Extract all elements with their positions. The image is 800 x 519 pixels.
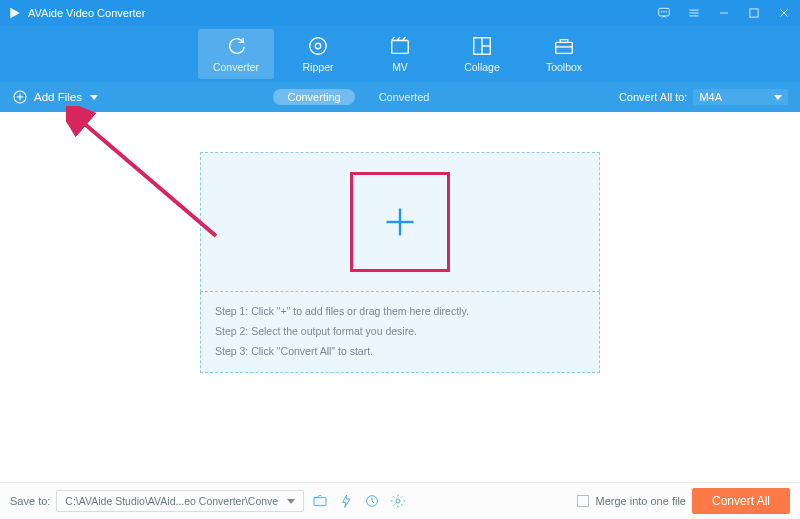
minimize-button[interactable] — [716, 5, 732, 21]
nav-toolbox[interactable]: Toolbox — [526, 29, 602, 79]
svg-point-2 — [664, 11, 665, 12]
svg-rect-13 — [392, 41, 409, 54]
convert-all-button[interactable]: Convert All — [692, 488, 790, 514]
nav-label: Collage — [464, 61, 500, 73]
save-to-label: Save to: — [10, 495, 50, 507]
gpu-accel-button[interactable] — [336, 491, 356, 511]
toolbox-icon — [553, 35, 575, 57]
instruction-steps: Step 1: Click "+" to add files or drag t… — [200, 292, 600, 373]
nav-converter[interactable]: Converter — [198, 29, 274, 79]
convert-all-to: Convert All to: M4A — [619, 89, 788, 105]
main-navbar: Converter Ripper MV Collage Toolbox — [0, 26, 800, 82]
feedback-icon[interactable] — [656, 5, 672, 21]
secondary-toolbar: Add Files Converting Converted Convert A… — [0, 82, 800, 112]
checkbox-icon — [577, 495, 589, 507]
maximize-button[interactable] — [746, 5, 762, 21]
footer-bar: Save to: C:\AVAide Studio\AVAid...eo Con… — [0, 482, 800, 519]
save-to-path: C:\AVAide Studio\AVAid...eo Converter\Co… — [57, 495, 279, 507]
converter-icon — [225, 35, 247, 57]
close-button[interactable] — [776, 5, 792, 21]
high-speed-button[interactable] — [362, 491, 382, 511]
content-area: Step 1: Click "+" to add files or drag t… — [0, 112, 800, 482]
step-text: Step 2: Select the output format you des… — [215, 322, 585, 342]
chevron-down-icon — [90, 95, 98, 100]
svg-point-1 — [661, 11, 662, 12]
nav-label: Converter — [213, 61, 259, 73]
merge-label: Merge into one file — [595, 495, 686, 507]
output-format-value: M4A — [699, 91, 722, 103]
merge-checkbox[interactable]: Merge into one file — [577, 495, 686, 507]
drop-zone[interactable] — [200, 152, 600, 292]
status-tabs: Converting Converted — [273, 89, 443, 105]
title-bar: AVAide Video Converter — [0, 0, 800, 26]
output-format-select[interactable]: M4A — [693, 89, 788, 105]
svg-line-22 — [80, 120, 216, 236]
nav-label: Toolbox — [546, 61, 582, 73]
svg-point-3 — [666, 11, 667, 12]
open-folder-button[interactable] — [310, 491, 330, 511]
nav-mv[interactable]: MV — [362, 29, 438, 79]
collage-icon — [471, 35, 493, 57]
add-files-label: Add Files — [34, 91, 82, 103]
svg-point-12 — [315, 43, 321, 49]
settings-button[interactable] — [388, 491, 408, 511]
nav-collage[interactable]: Collage — [444, 29, 520, 79]
nav-label: Ripper — [303, 61, 334, 73]
tab-converting[interactable]: Converting — [273, 89, 354, 105]
nav-label: MV — [392, 61, 408, 73]
tab-converted[interactable]: Converted — [365, 89, 444, 105]
convert-all-to-label: Convert All to: — [619, 91, 687, 103]
svg-rect-17 — [556, 42, 573, 53]
chevron-down-icon — [287, 499, 295, 504]
svg-point-27 — [396, 499, 400, 503]
plus-icon — [382, 204, 418, 240]
save-to-path-select[interactable]: C:\AVAide Studio\AVAid...eo Converter\Co… — [56, 490, 304, 512]
add-files-plus-button[interactable] — [350, 172, 450, 272]
app-title: AVAide Video Converter — [28, 7, 145, 19]
app-logo-icon — [8, 6, 22, 20]
mv-icon — [389, 35, 411, 57]
ripper-icon — [307, 35, 329, 57]
svg-rect-8 — [750, 9, 758, 17]
step-text: Step 3: Click "Convert All" to start. — [215, 342, 585, 362]
chevron-down-icon — [774, 95, 782, 100]
nav-ripper[interactable]: Ripper — [280, 29, 356, 79]
menu-icon[interactable] — [686, 5, 702, 21]
plus-circle-icon — [12, 89, 28, 105]
svg-rect-25 — [314, 498, 326, 506]
add-files-button[interactable]: Add Files — [12, 89, 98, 105]
step-text: Step 1: Click "+" to add files or drag t… — [215, 302, 585, 322]
svg-point-11 — [310, 38, 327, 55]
